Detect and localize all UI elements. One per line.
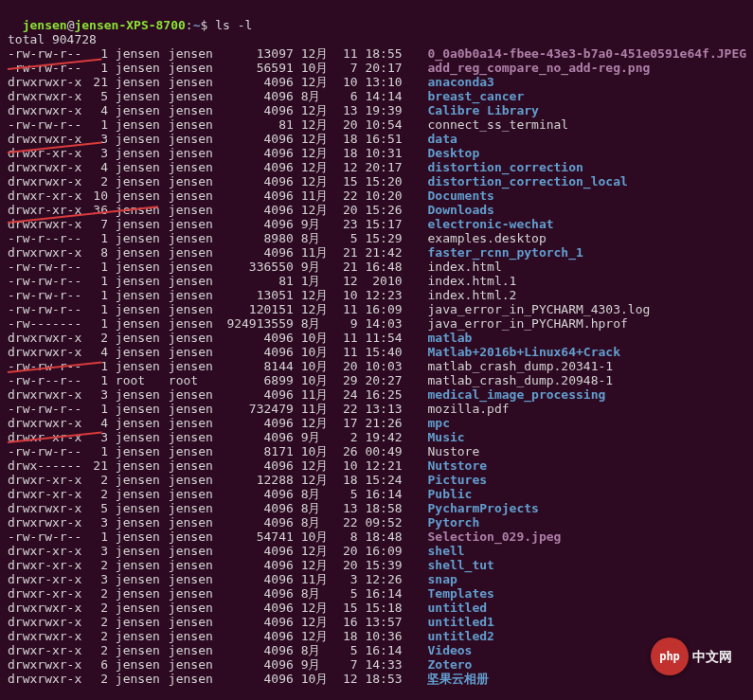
size: 4096 [222,89,294,103]
list-row: -rw-rw-r--1 jensenjensen8144 10月 20 10:0… [8,359,745,373]
links: 6 [87,657,108,672]
list-row: drwxr-xr-x3 jensenjensen4096 12月 18 10:3… [8,146,745,160]
date: 10月 12 18:53 [301,672,421,686]
list-row: -rw-r--r--1 jensenjensen8980 8月 5 15:29 … [8,231,745,245]
owner: jensen [116,473,169,487]
size: 4096 [222,572,294,586]
perm: drwxrwxr-x [8,672,87,686]
filename: java_error_in_PYCHARM_4303.log [427,302,650,316]
size: 4096 [222,515,294,529]
size: 81 [222,274,294,288]
links: 3 [87,146,108,160]
group: jensen [169,103,222,117]
size: 54741 [222,529,294,544]
date: 12月 11 16:09 [301,302,421,316]
group: jensen [169,245,222,260]
owner: jensen [116,387,169,402]
size: 4096 [222,487,294,501]
date: 12月 18 10:36 [301,629,421,643]
size: 4096 [222,643,294,657]
links: 1 [87,231,108,245]
list-row: drwxrwxr-x5 jensenjensen4096 8月 6 14:14 … [8,89,745,103]
filename: connect_ss_terminal [427,117,568,132]
prompt-line-2[interactable]: jensen@jensen-XPS-8700:~$ [8,686,745,700]
owner: jensen [116,515,169,529]
group: jensen [169,260,222,274]
group: jensen [169,345,222,359]
owner: jensen [116,132,169,146]
owner: jensen [116,174,169,188]
filename: Pytorch [427,515,479,529]
links: 36 [87,203,108,217]
date: 11月 22 13:13 [301,402,421,416]
size: 120151 [222,302,294,316]
group: jensen [169,529,222,544]
date: 12月 18 15:24 [301,473,421,487]
filename: Nustore [427,444,479,458]
filename: Zotero [427,657,472,672]
filename: untitled1 [427,615,493,629]
size: 4096 [222,672,294,686]
size: 4096 [222,132,294,146]
date: 12月 20 15:39 [301,558,421,572]
date: 10月 8 18:48 [301,529,421,544]
links: 2 [87,601,108,615]
size: 4096 [222,160,294,174]
group: jensen [169,160,222,174]
date: 8月 13 18:58 [301,501,421,515]
links: 10 [87,188,108,203]
date: 12月 16 13:57 [301,615,421,629]
list-row: drwxrwxr-x4 jensenjensen4096 12月 12 20:1… [8,160,745,174]
date: 10月 11 11:54 [301,331,421,345]
group: jensen [169,558,222,572]
list-row: drwxrwxr-x2 jensenjensen4096 12月 18 10:3… [8,629,745,643]
links: 1 [87,359,108,373]
list-row: -rw-r--r--1 rootroot6899 10月 29 20:27 ma… [8,373,745,387]
owner: jensen [116,288,169,302]
owner: jensen [116,146,169,160]
list-row: drwxrwxr-x2 jensenjensen4096 12月 15 15:1… [8,601,745,615]
list-row: -rw-rw-r--1 jensenjensen13097 12月 11 18:… [8,46,745,61]
links: 5 [87,89,108,103]
owner: jensen [116,501,169,515]
size: 4096 [222,586,294,601]
size: 4096 [222,615,294,629]
links: 4 [87,103,108,117]
list-row: drwxrwxr-x5 jensenjensen4096 8月 13 18:58… [8,501,745,515]
owner: jensen [116,61,169,75]
owner: jensen [116,643,169,657]
size: 6899 [222,373,294,387]
links: 8 [87,245,108,260]
size: 4096 [222,387,294,402]
group: jensen [169,416,222,430]
group: jensen [169,473,222,487]
owner: jensen [116,629,169,643]
perm: -rw------- [8,316,87,331]
owner: jensen [116,245,169,260]
links: 3 [87,387,108,402]
list-row: drwxr-xr-x2 jensenjensen4096 8月 5 16:14 … [8,586,745,601]
date: 12月 10 12:21 [301,458,421,473]
list-row: drwxrwxr-x7 jensenjensen4096 9月 23 15:17… [8,217,745,231]
filename: 坚果云相册 [427,672,489,686]
list-row: drwxrwxr-x3 jensenjensen4096 8月 22 09:52… [8,515,745,529]
prompt-line-1: jensen@jensen-XPS-8700:~$ ls -l [8,4,745,32]
perm: -rw-rw-r-- [8,359,87,373]
command: ls -l [215,18,252,32]
size: 4096 [222,601,294,615]
size: 4096 [222,331,294,345]
links: 3 [87,132,108,146]
owner: jensen [116,558,169,572]
date: 12月 10 13:10 [301,75,421,89]
size: 81 [222,117,294,132]
group: jensen [169,316,222,331]
size: 4096 [222,245,294,260]
list-row: drwxrwxr-x2 jensenjensen4096 12月 16 13:5… [8,615,745,629]
perm: -rw-r--r-- [8,231,87,245]
group: jensen [169,331,222,345]
filename: Pictures [427,473,487,487]
perm: -rw-rw-r-- [8,529,87,544]
links: 3 [87,544,108,558]
size: 732479 [222,402,294,416]
perm: drwxrwxr-x [8,515,87,529]
